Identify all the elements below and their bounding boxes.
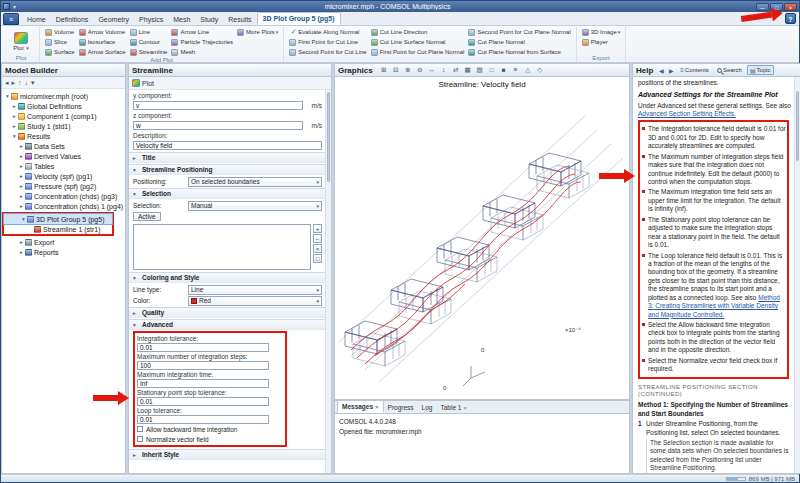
expander-icon[interactable]: ▸ — [18, 203, 25, 209]
expander-icon[interactable]: ▸ — [18, 239, 25, 245]
normalize-vector-field-checkbox[interactable]: Normalize vector field — [137, 434, 283, 444]
view-menu-icon[interactable]: ≡ — [511, 65, 521, 75]
tab-results[interactable]: Results — [223, 14, 256, 25]
forward-icon[interactable]: ▶ — [667, 67, 675, 74]
section-inherit-style[interactable]: ▸Inherit Style — [129, 449, 325, 460]
transparency-icon[interactable]: ▧ — [475, 65, 485, 75]
section-title[interactable]: ▸Title — [129, 152, 325, 163]
ribbon-button-arrow-volume[interactable]: Arrow Volume — [77, 27, 128, 37]
tree-item-data-sets[interactable]: ▸Data Sets — [2, 141, 125, 151]
settings-plot-button[interactable]: Plot — [142, 80, 154, 87]
tree-item-concentration-1[interactable]: ▸Concentration (chds) 1 (pg4) — [2, 201, 125, 211]
expander-icon[interactable]: ▾ — [4, 93, 11, 99]
pan-vertical-icon[interactable]: ↕ — [439, 65, 449, 75]
integration-tolerance-input[interactable] — [137, 343, 269, 352]
scrollbar-thumb[interactable] — [796, 91, 799, 161]
move-up-icon[interactable]: ↑ — [18, 79, 22, 86]
forward-icon[interactable]: ▸ — [12, 79, 16, 87]
contents-button[interactable]: ≡Contents — [677, 65, 712, 75]
active-toggle-button[interactable]: Active — [133, 212, 161, 221]
ribbon-button-arrow-line[interactable]: Arrow Line — [169, 27, 235, 37]
zoom-selection-icon[interactable]: □ — [313, 254, 322, 263]
help-scrollbar[interactable] — [794, 77, 800, 473]
stationary-point-stop-tolerance-input[interactable] — [137, 397, 269, 406]
grid-icon[interactable]: ▦ — [463, 65, 473, 75]
allow-backward-time-integration-checkbox[interactable]: Allow backward time integration — [137, 424, 283, 434]
ribbon-button-cut-plane-normal-from-surface[interactable]: Cut Plane Normal from Surface — [466, 47, 572, 57]
tab-home[interactable]: Home — [22, 14, 51, 25]
tree-item-streamline-1[interactable]: Streamline 1 (str1) — [4, 224, 112, 234]
advanced-section-link[interactable]: Advanced Section Setting Effects. — [638, 110, 736, 117]
ribbon-button-cut-plane-normal[interactable]: Cut Plane Normal — [466, 37, 572, 47]
application-menu-button[interactable]: ≡ — [3, 13, 19, 25]
color-select[interactable]: Red▾ — [188, 296, 322, 306]
expander-icon[interactable]: ▸ — [18, 193, 25, 199]
positioning-select[interactable]: On selected boundaries▾ — [188, 177, 322, 187]
expander-icon[interactable]: ▸ — [11, 103, 18, 109]
section-selection[interactable]: ▾Selection — [129, 188, 325, 199]
ribbon-button-second-point-cut-line[interactable]: Second Point for Cut Line — [287, 47, 368, 57]
ribbon-button-slice[interactable]: Slice — [43, 37, 77, 47]
tree-item-component-1[interactable]: ▸Component 1 (comp1) — [2, 111, 125, 121]
line-type-select[interactable]: Line▾ — [188, 285, 322, 295]
quick-access-toolbar[interactable]: ▾ — [13, 3, 16, 10]
topic-button[interactable]: ▤Topic — [747, 65, 774, 75]
3d-plot-canvas[interactable]: 0 0 ×10⁻⁴ — [335, 90, 629, 396]
section-quality[interactable]: ▸Quality — [129, 307, 325, 318]
ribbon-button-volume[interactable]: Volume — [43, 27, 77, 37]
wireframe-icon[interactable]: □ — [487, 65, 497, 75]
tree-item-concentration[interactable]: ▸Concentration (chds) (pg3) — [2, 191, 125, 201]
expander-icon[interactable]: ▸ — [11, 123, 18, 129]
expander-icon[interactable]: ▸ — [18, 153, 25, 159]
loop-tolerance-input[interactable] — [137, 415, 269, 424]
ribbon-button-evaluate-along-normal[interactable]: ✓Evaluate Along Normal — [287, 27, 368, 37]
clear-selection-icon[interactable]: × — [313, 244, 322, 253]
max-integration-time-input[interactable] — [137, 379, 269, 388]
zoom-box-icon[interactable]: ⊟ — [391, 65, 401, 75]
description-input[interactable] — [133, 141, 322, 150]
tab-progress[interactable]: Progress — [384, 402, 418, 413]
go-to-default-view-icon[interactable]: △ — [523, 65, 533, 75]
zoom-extents-icon[interactable]: ⊞ — [379, 65, 389, 75]
ribbon-button-more-plots[interactable]: More Plots▾ — [235, 27, 280, 37]
tab-messages[interactable]: Messages× — [337, 400, 384, 413]
ribbon-button-arrow-surface[interactable]: Arrow Surface — [77, 47, 128, 57]
expander-icon[interactable]: ▸ — [18, 249, 25, 255]
tree-item-3d-plot-group-5[interactable]: ▾3D Plot Group 5 (pg5) — [4, 214, 112, 224]
close-button[interactable]: × — [784, 3, 797, 11]
y-component-input[interactable] — [133, 101, 303, 110]
expander-icon[interactable]: ▸ — [18, 163, 25, 169]
tree-item-global-definitions[interactable]: ▸Global Definitions — [2, 101, 125, 111]
ribbon-button-surface[interactable]: Surface — [43, 47, 77, 57]
back-icon[interactable]: ◂ — [5, 79, 9, 87]
settings-scrollbar[interactable] — [325, 90, 331, 473]
tree-item-tables[interactable]: ▸Tables — [2, 161, 125, 171]
ribbon-button-streamline[interactable]: Streamline — [128, 47, 170, 57]
tab-study[interactable]: Study — [195, 14, 223, 25]
tree-item-velocity[interactable]: ▸Velocity (spf) (pg1) — [2, 171, 125, 181]
help-button[interactable]: ? — [785, 13, 796, 24]
expander-icon[interactable]: ▾ — [20, 216, 27, 222]
zoom-out-icon[interactable]: ⊖ — [415, 65, 425, 75]
tab-definitions[interactable]: Definitions — [51, 14, 94, 25]
ribbon-button-second-point-cut-plane-normal[interactable]: Second Point for Cut Plane Normal — [466, 27, 572, 37]
ribbon-button-contour[interactable]: Contour — [128, 37, 170, 47]
ribbon-button-first-point-cut-plane-normal[interactable]: First Point for Cut Plane Normal — [369, 47, 467, 57]
tree-item-pressure[interactable]: ▸Pressure (spf) (pg2) — [2, 181, 125, 191]
section-coloring-and-style[interactable]: ▾Coloring and Style — [129, 272, 325, 283]
scrollbar-thumb[interactable] — [327, 92, 330, 182]
tree-item-results[interactable]: ▾Results — [2, 131, 125, 141]
section-streamline-positioning[interactable]: ▾Streamline Positioning — [129, 164, 325, 175]
selection-select[interactable]: Manual▾ — [188, 201, 322, 211]
add-selection-icon[interactable]: + — [313, 224, 322, 233]
scene-light-icon[interactable]: ■ — [499, 65, 509, 75]
expander-icon[interactable]: ▸ — [11, 113, 18, 119]
tree-item-study-1[interactable]: ▸Study 1 (std1) — [2, 121, 125, 131]
selection-list[interactable] — [133, 224, 311, 270]
ribbon-button-line[interactable]: Line — [128, 27, 170, 37]
tab-3d-plot-group-5[interactable]: 3D Plot Group 5 (pg5) — [257, 12, 341, 25]
rotate-icon[interactable]: ⇄ — [451, 65, 461, 75]
tab-geometry[interactable]: Geometry — [93, 14, 134, 25]
ribbon-button-cut-line-surface-normal[interactable]: Cut Line Surface Normal — [369, 37, 467, 47]
expander-icon[interactable]: ▾ — [11, 133, 18, 139]
